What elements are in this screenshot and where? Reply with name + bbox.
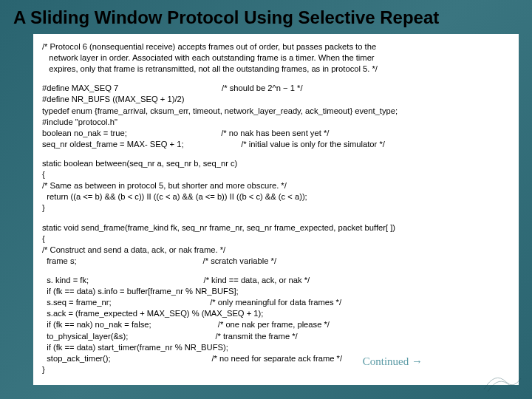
code-line: #include "protocol.h" [42, 117, 510, 128]
code-line: typedef enum {frame_arrival, cksum_err, … [42, 106, 510, 117]
code-line: seq_nr oldest_frame = MAX- SEQ + 1; /* i… [42, 139, 510, 150]
code-line: static boolean between(seq_nr a, seq_nr … [42, 158, 510, 169]
code-panel: /* Protocol 6 (nonsequential receive) ac… [33, 34, 519, 385]
corner-decoration-icon [480, 364, 525, 393]
code-line: /* Construct and send a data, ack, or na… [42, 245, 510, 256]
code-line: #define NR_BUFS ((MAX_SEQ + 1)/2) [42, 94, 510, 105]
code-line: #define MAX_SEQ 7 /* should be 2^n − 1 *… [42, 83, 510, 94]
arrow-right-icon: → [412, 355, 423, 367]
continued-label: Continued → [363, 354, 423, 369]
code-line: if (fk == nak) no_nak = false; /* one na… [42, 319, 510, 330]
code-line: static void send_frame(frame_kind fk, se… [42, 222, 510, 233]
code-line: } [42, 202, 510, 214]
code-line: /* Same as between in protocol 5, but sh… [42, 180, 510, 191]
code-line: s.seq = frame_nr; /* only meaningful for… [42, 297, 510, 308]
code-line: s.ack = (frame_expected + MAX_SEQ) % (MA… [42, 308, 510, 319]
code-line: to_physical_layer(&s); /* transmit the f… [42, 331, 510, 342]
code-line: s. kind = fk; /* kind == data, ack, or n… [42, 275, 510, 286]
continued-text: Continued [363, 355, 409, 367]
code-line: network layer in order. Associated with … [42, 52, 510, 64]
code-line: boolean no_nak = true; /* no nak has bee… [42, 128, 510, 139]
code-line: { [42, 233, 510, 245]
code-line: expires, only that frame is retransmitte… [42, 64, 510, 75]
slide-title: A Sliding Window Protocol Using Selectiv… [0, 0, 532, 34]
code-line: /* Protocol 6 (nonsequential receive) ac… [42, 41, 510, 52]
code-line: } [42, 364, 510, 375]
code-line: if (fk == data) s.info = buffer[frame_nr… [42, 286, 510, 297]
code-line: stop_ack_timer(); /* no need for separat… [42, 353, 510, 364]
code-line: { [42, 169, 510, 180]
code-line: return ((a <= b) && (b < c)) II ((c < a)… [42, 191, 510, 202]
code-line: frame s; /* scratch variable */ [42, 256, 510, 267]
code-line: if (fk == data) start_timer(frame_nr % N… [42, 342, 510, 353]
